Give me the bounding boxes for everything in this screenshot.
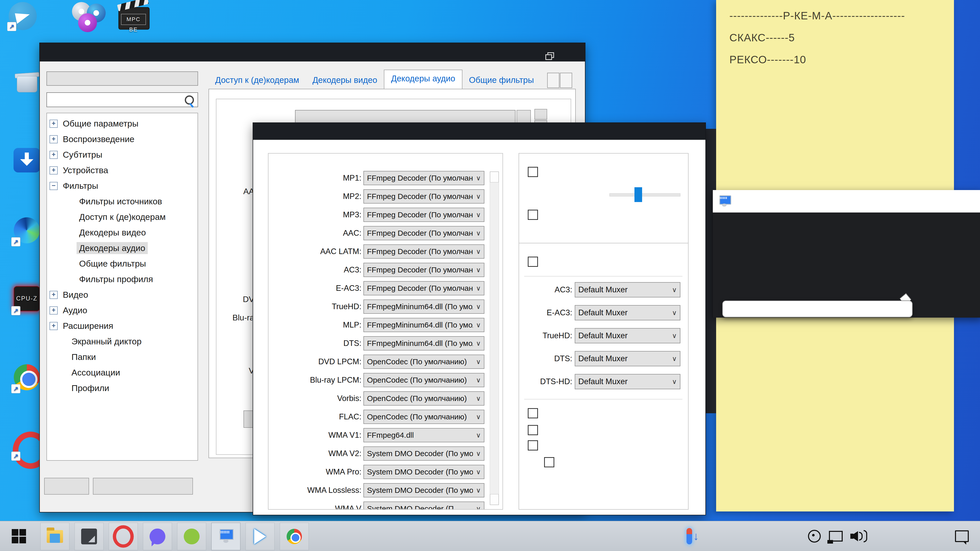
tree-item[interactable]: Фильтры профиля <box>47 272 197 287</box>
tree-item[interactable]: + Субтитры <box>47 147 197 162</box>
muxer-dropdown[interactable]: Default Muxer ∨ <box>575 282 680 297</box>
checkbox-48000hz[interactable] <box>528 440 542 451</box>
settings-tab[interactable]: Декодеры аудио <box>384 70 462 89</box>
checkbox-iec61937[interactable] <box>528 425 542 435</box>
tree-expand-icon[interactable]: + <box>49 135 58 143</box>
tree-expand-icon[interactable] <box>67 198 74 205</box>
muxer-dropdown[interactable]: Default Muxer ∨ <box>575 328 680 343</box>
action-center[interactable] <box>955 521 969 551</box>
export-settings-button[interactable] <box>93 478 193 495</box>
opera-icon <box>113 525 134 548</box>
decoder-dropdown[interactable]: System DMO Decoder (По умол ∨ <box>363 465 484 479</box>
taskbar-viber[interactable] <box>143 523 172 550</box>
tree-item[interactable]: + Воспроизведение <box>47 131 197 147</box>
tab-scroll-left-icon[interactable] <box>547 73 559 88</box>
weather-widget[interactable]: ↓ <box>687 521 702 551</box>
tree-item[interactable]: + Устройства <box>47 162 197 178</box>
decoder-dropdown[interactable]: FFmpeg Decoder (По умолчани ∨ <box>363 281 484 295</box>
tree-expand-icon[interactable]: + <box>49 322 58 330</box>
decoder-dropdown[interactable]: System DMO Decoder (По умол ∨ <box>363 483 484 497</box>
taskbar-utorrent[interactable] <box>177 523 206 550</box>
decoder-dropdown[interactable]: FFmpeg64.dll ∨ <box>363 428 484 442</box>
settings-tab[interactable]: Доступ к (де)кодерам <box>208 72 306 89</box>
muxer-dropdown[interactable]: Default Muxer ∨ <box>575 374 680 389</box>
decoder-dropdown[interactable]: OpenCodec (По умолчанию) ∨ <box>363 410 484 424</box>
tree-item[interactable]: Папки <box>47 349 197 365</box>
decoder-dropdown[interactable]: OpenCodec (По умолчанию) ∨ <box>363 391 484 406</box>
tree-expand-icon[interactable] <box>59 338 66 345</box>
decoder-label: Vorbis: <box>272 394 363 403</box>
desktop-icon-portable-win[interactable] <box>66 2 109 32</box>
tree-expand-icon[interactable] <box>67 260 74 267</box>
muxer-dropdown[interactable]: Default Muxer ∨ <box>575 305 680 321</box>
taskbar-opera[interactable] <box>109 523 138 550</box>
decoder-dropdown[interactable]: OpenCodec (По умолчанию) ∨ <box>363 354 484 369</box>
tree-item[interactable]: Профили <box>47 380 197 396</box>
checkbox-spdif-enable[interactable] <box>528 257 542 267</box>
slider-thumb[interactable] <box>635 187 642 202</box>
tree-expand-icon[interactable]: + <box>49 166 58 175</box>
preset-dropdown[interactable] <box>46 71 198 86</box>
reset-button[interactable] <box>44 478 89 495</box>
dialog-titlebar[interactable] <box>253 123 705 140</box>
tree-item[interactable]: Декодеры аудио <box>47 240 197 256</box>
decoder-dropdown[interactable]: System DMO Decoder (По умол ∨ <box>363 446 484 461</box>
decoder-dropdown[interactable]: FFmpeg Decoder (По умолчани ∨ <box>363 245 484 259</box>
tree-item[interactable]: Доступ к (де)кодерам <box>47 209 197 225</box>
tree-expand-icon[interactable] <box>59 385 66 392</box>
muxer-dropdown[interactable]: Default Muxer ∨ <box>575 351 680 366</box>
search-input[interactable] <box>46 92 198 107</box>
drc-level-slider[interactable] <box>609 193 680 197</box>
tab-scroll-right-icon[interactable] <box>560 73 572 88</box>
tree-item[interactable]: + Общие параметры <box>47 116 197 131</box>
tree-expand-icon[interactable] <box>67 245 74 252</box>
decoder-dropdown[interactable]: OpenCodec (По умолчанию) ∨ <box>363 373 484 387</box>
settings-tab[interactable]: Общие фильтры <box>463 72 541 89</box>
tree-item[interactable]: Декодеры видео <box>47 225 197 240</box>
muxer-list: AC3: Default Muxer ∨ E-AC3: Default Muxe… <box>523 283 680 397</box>
tree-expand-icon[interactable] <box>67 213 74 221</box>
tree-expand-icon[interactable]: + <box>49 151 58 159</box>
taskbar-mpc-be[interactable] <box>75 523 103 550</box>
scroll-down-icon[interactable] <box>490 494 499 505</box>
checkbox-mp3-float[interactable] <box>528 210 542 220</box>
taskbar-player[interactable] <box>245 523 275 550</box>
decoder-dropdown[interactable]: FFmpegMininum64.dll (По умол ∨ <box>363 318 484 332</box>
desktop-icon-mpc-be[interactable]: MPC BE <box>112 0 155 32</box>
tray-camera[interactable] <box>808 521 821 551</box>
decoder-label: WMA V1: <box>272 430 363 440</box>
tree-expand-icon[interactable] <box>59 354 66 361</box>
tray-network[interactable] <box>829 521 843 551</box>
chevron-down-icon: ∨ <box>473 211 484 219</box>
osk-titlebar[interactable] <box>713 190 980 213</box>
decoder-dropdown[interactable]: FFmpeg Decoder (По умолчани ∨ <box>363 226 484 240</box>
desktop-icon-telegram[interactable]: ↗ <box>1 2 45 32</box>
tree-expand-icon[interactable] <box>67 276 74 283</box>
start-button[interactable] <box>5 523 33 550</box>
tree-item[interactable]: Экранный диктор <box>47 333 197 349</box>
taskbar-osk[interactable] <box>211 523 240 550</box>
decoder-dropdown[interactable]: FFmpeg Decoder (По умолчани ∨ <box>363 208 484 222</box>
decoders-scrollbar[interactable] <box>490 171 499 505</box>
settings-titlebar[interactable] <box>40 43 585 62</box>
decoder-dropdown[interactable]: FFmpegMininum64.dll (По умол ∨ <box>363 336 484 351</box>
settings-tab[interactable]: Декодеры видео <box>306 72 384 89</box>
tray-volume[interactable] <box>850 521 867 551</box>
checkbox-auto-48000hz[interactable] <box>544 457 558 467</box>
decoder-dropdown[interactable]: FFmpeg Decoder (По умолчани ∨ <box>363 171 484 185</box>
checkbox-apply-drc[interactable] <box>528 167 542 177</box>
decoder-dropdown[interactable]: FFmpeg Decoder (По умолчани ∨ <box>363 189 484 203</box>
spin-up-icon[interactable] <box>535 109 547 120</box>
decoder-dropdown[interactable]: System DMO Decoder (П ∨ <box>363 502 484 510</box>
decoder-dropdown[interactable]: FFmpegMininum64.dll (По умол ∨ <box>363 300 484 314</box>
scroll-up-icon[interactable] <box>490 171 499 183</box>
tree-item[interactable]: Общие фильтры <box>47 256 197 272</box>
tree-expand-icon[interactable]: + <box>49 120 58 128</box>
note-line: РЕКСО-------10 <box>716 54 954 66</box>
tree-item-label: Декодеры аудио <box>76 242 148 254</box>
taskbar-explorer[interactable] <box>40 523 69 550</box>
taskbar-chrome[interactable] <box>280 523 309 550</box>
tree-expand-icon[interactable] <box>67 229 74 236</box>
decoder-dropdown[interactable]: FFmpeg Decoder (По умолчани ∨ <box>363 263 484 277</box>
checkbox-compat-mode[interactable] <box>528 408 542 418</box>
